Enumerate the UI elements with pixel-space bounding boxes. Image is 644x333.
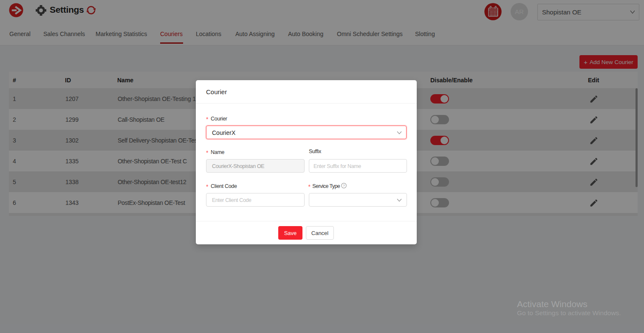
svg-text:?: ? (343, 184, 345, 187)
